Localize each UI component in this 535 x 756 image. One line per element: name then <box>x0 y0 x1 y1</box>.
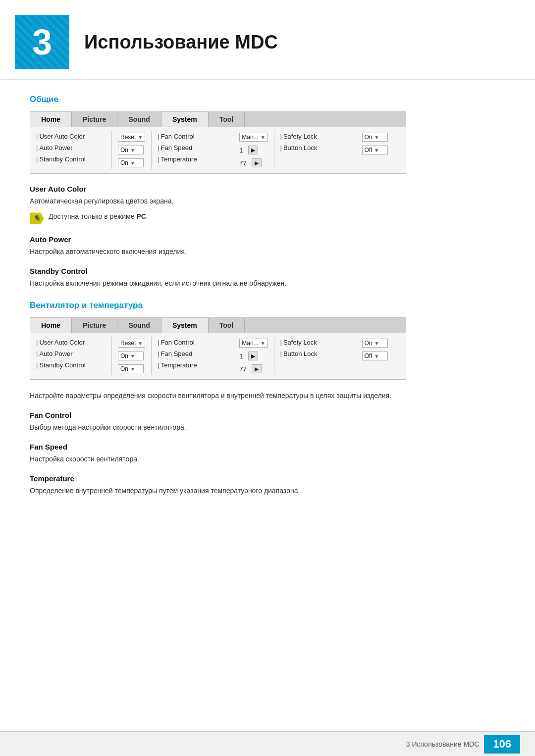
temperature-arrow[interactable]: ▶ <box>252 158 262 167</box>
sub-heading-auto-power: Auto Power <box>30 235 505 244</box>
label-standby-control: Standby Control <box>36 155 86 163</box>
label2-temperature: Temperature <box>158 361 197 369</box>
sub-heading-temperature: Temperature <box>30 474 505 483</box>
mdc-col2-controls-2: Man... ▼ 1 ▶ 77 ▶ <box>233 337 274 375</box>
mdc-table-general: Home Picture Sound System Tool User Auto… <box>30 111 406 174</box>
mdc-col2-labels-3: Safety Lock Button Lock <box>274 337 356 375</box>
tab2-tool[interactable]: Tool <box>209 318 245 333</box>
dropdown2-auto-power[interactable]: On ▼ <box>118 352 144 360</box>
note-icon: ✎ <box>30 211 44 225</box>
dropdown-reset[interactable]: Reset ▼ <box>118 133 145 142</box>
text-user-auto-color: Автоматическая регулировка цветов экрана… <box>30 196 505 206</box>
dropdown-standby[interactable]: On ▼ <box>118 158 144 167</box>
dropdown-arrow: ▼ <box>130 160 135 166</box>
dropdown-arrow: ▼ <box>130 366 135 372</box>
mdc-col-controls-1: Reset ▼ On ▼ On ▼ <box>112 131 152 169</box>
dropdown-arrow: ▼ <box>261 341 266 346</box>
section-title-general: Общие <box>30 95 505 104</box>
chapter-header: 3 Использование MDC <box>0 0 535 80</box>
dropdown2-button-lock[interactable]: Off ▼ <box>362 352 388 360</box>
note-box-pc: ✎ Доступна только в режиме PC. <box>30 211 505 225</box>
dropdown-arrow: ▼ <box>374 341 379 346</box>
dropdown2-fan-control[interactable]: Man... ▼ <box>239 339 268 348</box>
text-temperature: Определение внутренней температуры путем… <box>30 486 505 496</box>
label2-fan-control: Fan Control <box>158 339 194 346</box>
dropdown-arrow: ▼ <box>261 135 266 140</box>
label2-standby-control: Standby Control <box>36 361 86 369</box>
tab-system[interactable]: System <box>161 112 209 127</box>
mdc-row-auto-power: Auto Power <box>35 142 107 153</box>
label-auto-power: Auto Power <box>36 144 73 151</box>
mdc-col-labels-2: Fan Control Fan Speed Temperature <box>152 131 233 169</box>
label-user-auto-color: User Auto Color <box>36 133 85 140</box>
mdc-tab-row-2: Home Picture Sound System Tool <box>30 318 406 333</box>
mdc-col2-labels-1: User Auto Color Auto Power Standby Contr… <box>30 337 112 375</box>
mdc-tab-row: Home Picture Sound System Tool <box>30 112 406 127</box>
dropdown2-safety-lock[interactable]: On ▼ <box>362 339 388 348</box>
dropdown-arrow: ▼ <box>374 148 379 153</box>
temperature2-arrow[interactable]: ▶ <box>252 364 262 373</box>
tab-sound[interactable]: Sound <box>117 112 161 127</box>
tab2-home[interactable]: Home <box>30 318 72 333</box>
mdc-col2-controls-3: On ▼ Off ▼ <box>356 337 394 375</box>
section-title-fan-temp: Вентилятор и температура <box>30 301 505 310</box>
mdc-row-standby-control: Standby Control <box>35 153 107 165</box>
text-fan-control: Выбор метода настройки скорости вентилят… <box>30 422 505 433</box>
mdc-col-controls-3: On ▼ Off ▼ <box>356 131 394 169</box>
mdc-col-labels-1: User Auto Color Auto Power Standby Contr… <box>30 131 112 169</box>
sub-heading-fan-speed: Fan Speed <box>30 443 505 451</box>
tab2-system[interactable]: System <box>161 318 209 333</box>
fan-speed-arrow[interactable]: ▶ <box>248 146 258 154</box>
mdc-row-user-auto-color: User Auto Color <box>35 131 107 142</box>
label-button-lock: Button Lock <box>280 144 318 151</box>
tab-tool[interactable]: Tool <box>209 112 245 127</box>
mdc-table-fan-temp: Home Picture Sound System Tool User Auto… <box>30 317 406 380</box>
label2-safety-lock: Safety Lock <box>280 339 317 346</box>
svg-text:✎: ✎ <box>33 214 40 223</box>
dropdown-button-lock[interactable]: Off ▼ <box>362 146 388 154</box>
fan-speed2-arrow[interactable]: ▶ <box>248 352 258 360</box>
mdc-table-body-fan-temp: User Auto Color Auto Power Standby Contr… <box>30 333 406 379</box>
text-standby-control: Настройка включения режима ожидания, есл… <box>30 278 505 289</box>
label-temperature: Temperature <box>158 155 197 163</box>
note-text-pc: Доступна только в режиме PC. <box>49 211 148 222</box>
mdc-col-labels-3: Safety Lock Button Lock <box>274 131 356 169</box>
dropdown-arrow: ▼ <box>138 341 143 346</box>
sub-heading-standby-control: Standby Control <box>30 267 505 275</box>
tab2-sound[interactable]: Sound <box>117 318 161 333</box>
footer-page-number: 106 <box>484 735 520 754</box>
dropdown-fan-control[interactable]: Man... ▼ <box>239 133 268 142</box>
dropdown2-standby[interactable]: On ▼ <box>118 364 144 373</box>
dropdown-safety-lock[interactable]: On ▼ <box>362 133 388 142</box>
text-auto-power: Настройка автоматического включения изде… <box>30 247 505 257</box>
label2-user-auto-color: User Auto Color <box>36 339 85 346</box>
tab-home[interactable]: Home <box>30 112 72 127</box>
dropdown-arrow: ▼ <box>130 353 135 359</box>
dropdown-arrow: ▼ <box>374 353 379 359</box>
text-fan-speed: Настройка скорости вентилятора. <box>30 454 505 464</box>
pencil-icon: ✎ <box>30 211 44 225</box>
dropdown-arrow: ▼ <box>138 135 143 140</box>
chapter-title: Использование MDC <box>84 32 278 53</box>
dropdown-arrow: ▼ <box>130 148 135 153</box>
main-content: Общие Home Picture Sound System Tool Use… <box>0 95 535 530</box>
label2-auto-power: Auto Power <box>36 350 73 357</box>
tab-picture[interactable]: Picture <box>72 112 117 127</box>
sub-heading-user-auto-color: User Auto Color <box>30 185 505 193</box>
label2-fan-speed: Fan Speed <box>158 350 192 357</box>
mdc-col2-labels-2: Fan Control Fan Speed Temperature <box>152 337 233 375</box>
dropdown-arrow: ▼ <box>374 135 379 140</box>
label-safety-lock: Safety Lock <box>280 133 317 140</box>
text-fan-temp-intro: Настройте параметры определения скорости… <box>30 391 505 401</box>
mdc-col2-controls-1: Reset ▼ On ▼ On ▼ <box>112 337 152 375</box>
footer-text: 3 Использование MDC <box>406 740 480 748</box>
sub-heading-fan-control: Fan Control <box>30 411 505 419</box>
label-fan-speed: Fan Speed <box>158 144 192 151</box>
tab2-picture[interactable]: Picture <box>72 318 117 333</box>
page-footer: 3 Использование MDC 106 <box>0 731 535 756</box>
mdc-table-body-general: User Auto Color Auto Power Standby Contr… <box>30 127 406 173</box>
dropdown2-reset[interactable]: Reset ▼ <box>118 339 145 348</box>
label2-button-lock: Button Lock <box>280 350 318 357</box>
mdc-col-controls-2: Man... ▼ 1 ▶ 77 ▶ <box>233 131 274 169</box>
dropdown-auto-power[interactable]: On ▼ <box>118 146 144 154</box>
